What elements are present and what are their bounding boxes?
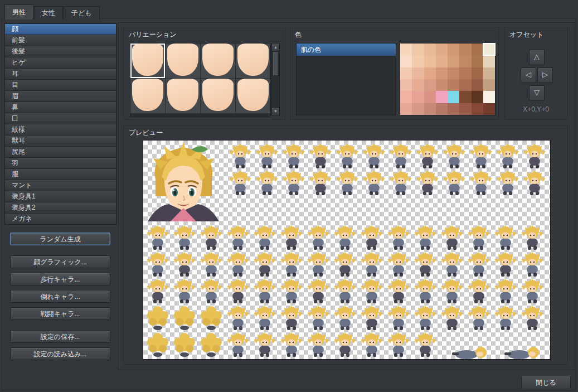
part-item[interactable]: 口 [5, 113, 116, 124]
part-item[interactable]: ヒゲ [5, 57, 116, 69]
color-swatch[interactable] [412, 67, 424, 79]
color-target-item[interactable]: 肌の色 [297, 43, 396, 56]
color-swatch[interactable] [400, 67, 412, 79]
dead-character-button[interactable]: 倒れキャラ... [10, 290, 110, 303]
color-swatch[interactable] [459, 55, 471, 67]
scrollbar-thumb[interactable] [273, 51, 279, 76]
face-graphic-button[interactable]: 顔グラフィック... [10, 255, 110, 268]
color-swatch[interactable] [424, 43, 436, 55]
color-swatch[interactable] [448, 103, 459, 115]
color-swatch[interactable] [472, 43, 483, 55]
color-swatch[interactable] [483, 79, 495, 91]
character-sprite [465, 224, 492, 251]
offset-down-button[interactable]: ▽ [529, 85, 545, 101]
variation-scrollbar[interactable]: ▲ ▼ [271, 43, 280, 115]
color-swatch[interactable] [472, 67, 483, 79]
color-swatch[interactable] [400, 55, 412, 67]
scroll-down-icon[interactable]: ▼ [272, 107, 279, 115]
save-settings-button[interactable]: 設定の保存... [10, 330, 110, 343]
part-item[interactable]: 獣耳 [5, 135, 116, 147]
variation-title: バリエーション [129, 30, 177, 40]
variation-cell[interactable] [201, 43, 235, 78]
part-item[interactable]: 装身具2 [5, 202, 116, 214]
color-swatch[interactable] [459, 67, 471, 79]
part-item[interactable]: 顔 [5, 24, 116, 35]
part-item[interactable]: 目 [5, 80, 116, 91]
color-swatch[interactable] [448, 55, 459, 67]
color-swatch[interactable] [483, 91, 495, 103]
character-sprite [278, 278, 305, 304]
variation-cell[interactable] [236, 43, 270, 78]
load-settings-button[interactable]: 設定の読み込み... [10, 347, 110, 360]
tab-子ども[interactable]: 子ども [64, 6, 100, 20]
character-sprite [519, 278, 546, 304]
color-swatch[interactable] [459, 91, 471, 103]
color-swatch[interactable] [459, 103, 471, 115]
color-swatch[interactable] [412, 79, 424, 91]
color-swatch[interactable] [400, 43, 412, 55]
color-swatch[interactable] [436, 91, 448, 103]
color-swatch[interactable] [448, 67, 459, 79]
color-title: 色 [295, 30, 302, 40]
battle-character-button[interactable]: 戦闘キャラ... [10, 307, 110, 320]
color-swatch[interactable] [436, 43, 448, 55]
color-swatch[interactable] [472, 55, 483, 67]
part-item[interactable]: 装身具1 [5, 191, 116, 202]
close-button[interactable]: 閉じる [521, 376, 571, 389]
part-item[interactable]: 服 [5, 169, 116, 180]
offset-left-button[interactable]: ◁ [521, 67, 536, 83]
color-swatch[interactable] [400, 79, 412, 91]
gender-tabbar: 男性女性子ども [4, 4, 100, 19]
color-swatch[interactable] [483, 43, 495, 55]
color-swatch[interactable] [472, 79, 483, 91]
variation-cell[interactable] [166, 79, 200, 113]
offset-right-button[interactable]: ▷ [537, 67, 553, 83]
color-swatch[interactable] [472, 103, 483, 115]
color-swatch[interactable] [459, 79, 471, 91]
part-item[interactable]: メガネ [5, 214, 116, 224]
color-swatch[interactable] [412, 55, 424, 67]
variation-cell[interactable] [130, 79, 165, 113]
color-swatch[interactable] [424, 103, 436, 115]
color-swatch[interactable] [412, 103, 424, 115]
color-swatch[interactable] [400, 91, 412, 103]
color-swatch[interactable] [459, 43, 471, 55]
color-swatch[interactable] [472, 91, 483, 103]
scroll-up-icon[interactable]: ▲ [272, 43, 279, 51]
color-swatch[interactable] [436, 55, 448, 67]
tab-男性[interactable]: 男性 [4, 4, 33, 20]
color-swatch[interactable] [424, 91, 436, 103]
color-swatch[interactable] [412, 91, 424, 103]
color-swatch[interactable] [424, 67, 436, 79]
part-item[interactable]: 耳 [5, 69, 116, 80]
tab-女性[interactable]: 女性 [34, 6, 63, 20]
color-swatch[interactable] [424, 55, 436, 67]
part-item[interactable]: 鼻 [5, 102, 116, 113]
color-swatch[interactable] [448, 79, 459, 91]
color-swatch[interactable] [483, 103, 495, 115]
color-swatch[interactable] [436, 103, 448, 115]
color-swatch[interactable] [448, 91, 459, 103]
variation-cell[interactable] [130, 43, 165, 78]
part-item[interactable]: マント [5, 180, 116, 191]
part-item[interactable]: 後髪 [5, 46, 116, 57]
color-swatch[interactable] [400, 103, 412, 115]
color-swatch[interactable] [448, 43, 459, 55]
variation-cell[interactable] [201, 79, 235, 113]
walk-character-button[interactable]: 歩行キャラ... [10, 273, 110, 285]
variation-cell[interactable] [166, 43, 200, 78]
part-item[interactable]: 眉 [5, 91, 116, 102]
color-swatch[interactable] [412, 43, 424, 55]
offset-up-button[interactable]: △ [529, 50, 545, 65]
color-swatch[interactable] [424, 79, 436, 91]
random-generate-button[interactable]: ランダム生成 [10, 233, 110, 245]
part-item[interactable]: 尻尾 [5, 147, 116, 158]
variation-cell[interactable] [236, 79, 270, 113]
part-item[interactable]: 紋様 [5, 124, 116, 135]
part-item[interactable]: 前髪 [5, 35, 116, 46]
part-item[interactable]: 羽 [5, 158, 116, 169]
color-swatch[interactable] [436, 79, 448, 91]
color-swatch[interactable] [483, 67, 495, 79]
color-swatch[interactable] [436, 67, 448, 79]
color-swatch[interactable] [483, 55, 495, 67]
